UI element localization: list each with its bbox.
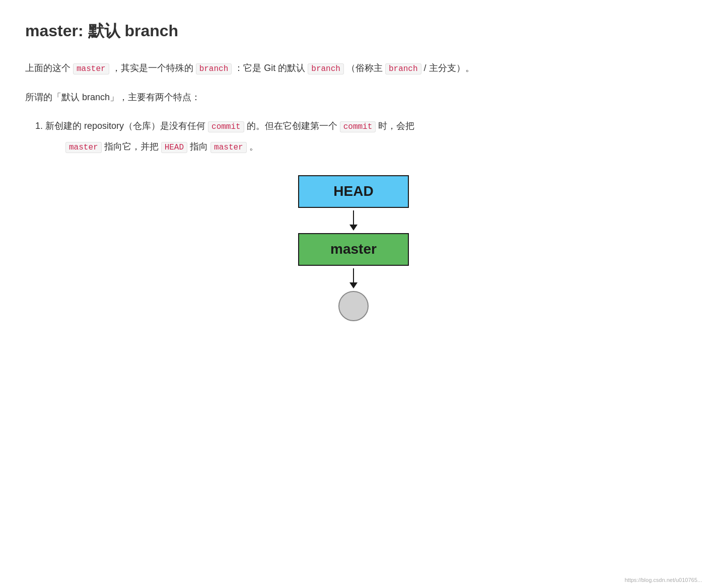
arrow-line-2 [353, 268, 354, 282]
list-item-prefix: 1. 新创建的 repository（仓库）是没有任何 [35, 121, 208, 131]
diagram: HEAD master [25, 175, 682, 321]
diagram-head-box: HEAD [298, 175, 409, 208]
diagram-commit-circle [338, 291, 369, 321]
diagram-arrow-1 [349, 210, 358, 231]
inline-code-branch-3: branch [385, 63, 421, 75]
text-paren: （俗称主 [346, 63, 385, 73]
inline-code-branch-1: branch [196, 63, 232, 75]
arrow-line-1 [353, 210, 354, 225]
text-middle: ：它是 Git 的默认 [234, 63, 308, 73]
inline-code-head: HEAD [161, 142, 187, 153]
inline-code-master-indent-2: master [210, 142, 247, 153]
list-item-1: 1. 新创建的 repository（仓库）是没有任何 commit 的。但在它… [35, 118, 682, 155]
paragraph-1: 上面的这个 master ，其实是一个特殊的 branch ：它是 Git 的默… [25, 60, 682, 77]
inline-code-master-indent: master [65, 142, 102, 153]
indent-text-end: 。 [249, 141, 258, 152]
text-end: / 主分支）。 [424, 63, 474, 73]
indent-text-after: 指向 [190, 141, 210, 152]
inline-code-master-1: master [73, 63, 109, 75]
text-after-master: ，其实是一个特殊的 [112, 63, 196, 73]
page-title: master: 默认 branch [25, 20, 682, 42]
diagram-master-box: master [298, 233, 409, 266]
paragraph-2: 所谓的「默认 branch」，主要有两个特点： [25, 89, 682, 105]
inline-code-branch-2: branch [308, 63, 344, 75]
arrow-head-1 [349, 225, 358, 231]
list-item-text-mid: 的。但在它创建第一个 [247, 121, 340, 131]
diagram-head-label: HEAD [333, 183, 373, 199]
inline-code-commit-1: commit [208, 121, 244, 132]
inline-code-commit-2: commit [340, 121, 376, 132]
diagram-arrow-2 [349, 268, 358, 288]
indent-text-mid: 指向它，并把 [104, 141, 161, 152]
list-item-text-after: 时，会把 [378, 121, 414, 131]
watermark: https://blog.csdn.net/u010765... [624, 577, 702, 583]
text-before-master: 上面的这个 [25, 63, 73, 73]
diagram-master-label: master [330, 241, 377, 257]
arrow-head-2 [349, 282, 358, 288]
list-item-indent: master 指向它，并把 HEAD 指向 master 。 [65, 138, 682, 155]
